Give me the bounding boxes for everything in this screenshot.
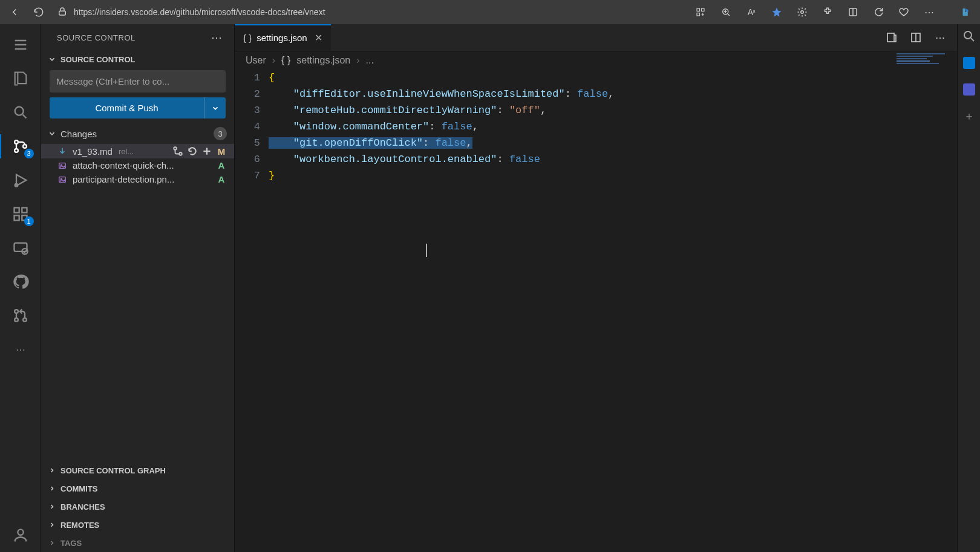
extension-icon[interactable] (822, 6, 834, 18)
sync-icon[interactable] (872, 6, 884, 18)
svg-point-21 (18, 530, 23, 535)
split-editor-icon[interactable] (910, 31, 922, 44)
section-label: REMOTES (60, 521, 99, 530)
tags-section[interactable]: TAGS (41, 534, 234, 552)
sidebar-more[interactable]: ⋯ (211, 31, 223, 44)
breadcrumb-item[interactable]: User (246, 55, 266, 66)
url-text[interactable]: https://insiders.vscode.dev/github/micro… (74, 7, 325, 17)
copilot-icon[interactable] (959, 6, 972, 18)
close-tab-icon[interactable]: ✕ (315, 32, 322, 44)
branches-section[interactable]: BRANCHES (41, 498, 234, 516)
tab-more-icon[interactable]: ⋯ (934, 31, 946, 44)
scm-section-header[interactable]: SOURCE CONTROL (41, 51, 234, 68)
chevron-right-icon (47, 502, 57, 511)
text-size-icon[interactable]: Aª (745, 6, 757, 18)
app-icon[interactable] (694, 6, 707, 18)
svg-point-9 (15, 149, 18, 152)
open-diff-icon[interactable] (172, 146, 183, 157)
svg-rect-1 (697, 8, 700, 11)
svg-point-20 (23, 318, 27, 322)
run-debug-view[interactable] (0, 163, 41, 197)
changed-file-row[interactable]: v1_93.md rel... M (41, 144, 234, 158)
image-file-icon (57, 161, 68, 170)
image-file-icon (57, 175, 68, 184)
svg-rect-14 (14, 215, 19, 220)
favorite-icon[interactable] (771, 6, 783, 18)
file-status: M (216, 146, 227, 157)
discard-icon[interactable] (187, 146, 198, 157)
breadcrumb-item[interactable]: settings.json (296, 55, 350, 66)
extensions-badge: 1 (24, 216, 34, 226)
heart-icon[interactable] (898, 6, 910, 18)
menu-toggle[interactable] (0, 28, 41, 62)
search-icon[interactable] (962, 29, 976, 44)
chevron-right-icon: › (356, 55, 359, 66)
arrow-down-icon (57, 147, 68, 155)
chevron-down-icon (47, 54, 57, 64)
text-cursor (426, 244, 427, 257)
teams-icon[interactable] (962, 82, 976, 97)
svg-point-19 (15, 318, 18, 322)
json-file-icon: { } (243, 33, 252, 43)
svg-point-5 (801, 11, 804, 14)
refresh-button[interactable] (33, 6, 45, 18)
changed-file-row[interactable]: participant-detection.pn... A (41, 172, 234, 186)
commit-dropdown[interactable] (204, 97, 226, 119)
tab-settings-json[interactable]: { } settings.json ✕ (235, 24, 332, 51)
svg-rect-2 (702, 8, 705, 11)
scm-section-label: SOURCE CONTROL (60, 55, 136, 64)
section-label: SOURCE CONTROL GRAPH (60, 466, 166, 475)
pull-requests-view[interactable] (0, 299, 41, 333)
section-label: COMMITS (60, 484, 97, 493)
explorer-view[interactable] (0, 62, 41, 96)
svg-point-7 (15, 107, 23, 115)
breadcrumb-item[interactable]: ... (366, 55, 374, 66)
more-icon[interactable]: ⋯ (923, 6, 935, 18)
gear-icon[interactable] (796, 6, 808, 18)
changes-count: 3 (214, 127, 227, 140)
open-changes-icon[interactable] (886, 31, 898, 44)
overflow-views[interactable]: ⋯ (0, 333, 41, 366)
breadcrumbs[interactable]: User › { } settings.json › ... (235, 51, 957, 70)
remote-view[interactable] (0, 231, 41, 265)
chevron-right-icon (47, 484, 57, 493)
zoom-icon[interactable] (720, 6, 732, 18)
extensions-view[interactable]: 1 (0, 197, 41, 231)
line-gutter: 1 2 3 4 5 6 7 (235, 70, 269, 552)
collections-icon[interactable] (847, 6, 859, 18)
remotes-section[interactable]: REMOTES (41, 516, 234, 534)
outlook-icon[interactable] (962, 56, 976, 70)
svg-rect-3 (697, 13, 700, 16)
stage-icon[interactable] (201, 146, 212, 157)
search-view[interactable] (0, 96, 41, 129)
svg-rect-16 (14, 243, 27, 252)
svg-point-30 (964, 31, 972, 39)
file-name: v1_93.md (73, 146, 113, 157)
editor-area: { } settings.json ✕ ⋯ User › { } setting… (235, 24, 957, 552)
commits-section[interactable]: COMMITS (41, 479, 234, 498)
scm-graph-section[interactable]: SOURCE CONTROL GRAPH (41, 461, 234, 479)
svg-point-10 (23, 144, 27, 148)
svg-rect-28 (887, 33, 894, 42)
add-panel-icon[interactable]: ＋ (962, 109, 976, 123)
github-view[interactable] (0, 265, 41, 299)
commit-push-button[interactable]: Commit & Push (50, 97, 204, 119)
changes-label: Changes (60, 129, 97, 139)
commit-message-input[interactable]: Message (Ctrl+Enter to co... (50, 70, 226, 93)
back-button[interactable] (8, 6, 21, 18)
changed-file-row[interactable]: attach-context-quick-ch... A (41, 158, 234, 172)
source-control-view[interactable]: 3 (0, 129, 41, 163)
section-label: TAGS (60, 539, 82, 548)
code-editor[interactable]: 1 2 3 4 5 6 7 { "diffEditor.useInlineVie… (235, 70, 957, 552)
svg-rect-0 (59, 11, 66, 15)
sidebar: SOURCE CONTROL ⋯ SOURCE CONTROL Message … (41, 24, 235, 552)
file-status: A (216, 160, 227, 170)
lock-icon (57, 6, 68, 19)
accounts[interactable] (0, 518, 41, 552)
svg-point-18 (15, 310, 18, 313)
changes-header[interactable]: Changes 3 (41, 123, 234, 144)
minimap[interactable] (890, 51, 957, 123)
svg-point-23 (179, 152, 182, 155)
svg-point-8 (15, 140, 18, 144)
svg-rect-12 (14, 208, 19, 213)
